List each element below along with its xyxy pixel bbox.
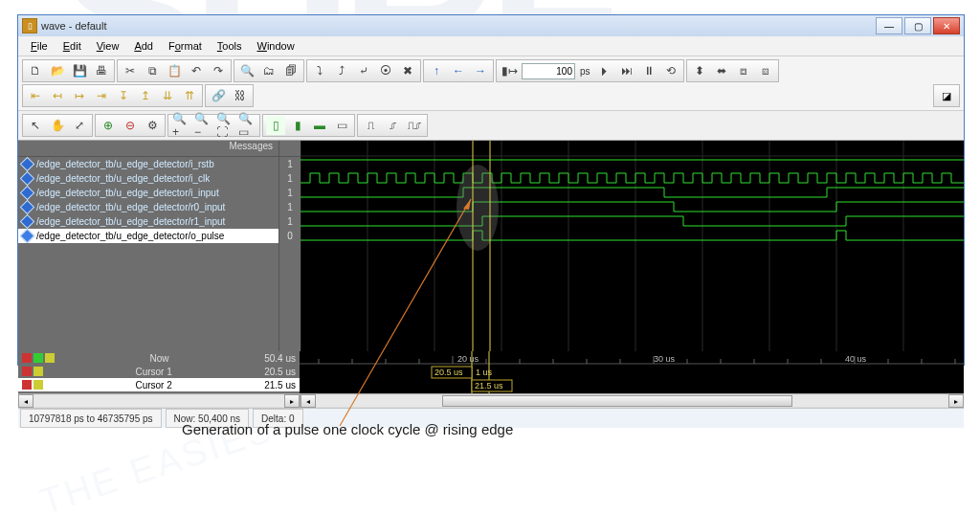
signal-row[interactable]: /edge_detector_tb/u_edge_detector/i_inpu…	[18, 186, 278, 200]
tool-d-icon[interactable]: ⧇	[756, 61, 775, 80]
link-icon[interactable]: 🔗	[209, 86, 228, 105]
tool-c-icon[interactable]: ⧈	[734, 61, 753, 80]
signal-value: 1	[279, 171, 301, 186]
minimize-button[interactable]: —	[876, 17, 902, 34]
arrow-right-icon[interactable]: →	[471, 61, 490, 80]
cursor-next-icon[interactable]: ↦	[70, 86, 89, 105]
signal-row[interactable]: /edge_detector_tb/u_edge_detector/i_clk	[18, 171, 278, 186]
folder-icon[interactable]: 🗂	[259, 61, 278, 80]
edge-a-icon[interactable]: ⇊	[158, 86, 177, 105]
copy-icon[interactable]: ⧉	[143, 61, 162, 80]
step-in-icon[interactable]: ⤵	[310, 61, 329, 80]
signal-row[interactable]: /edge_detector_tb/u_edge_detector/i_rstb	[18, 157, 278, 171]
scroll-right-button[interactable]: ▸	[948, 394, 964, 408]
titlebar[interactable]: ▯ wave - default — ▢ ✕	[18, 15, 964, 36]
diamond-icon	[20, 214, 35, 229]
cursor2-label[interactable]: Cursor 2	[135, 380, 171, 390]
save-icon[interactable]: 💾	[70, 61, 89, 80]
menu-file[interactable]: File	[24, 38, 55, 54]
expand-icon[interactable]: ⤢	[70, 116, 89, 135]
signal-name: /edge_detector_tb/u_edge_detector/r0_inp…	[36, 202, 225, 212]
edge-fall-icon[interactable]: ⎎	[383, 116, 402, 135]
run-length-input[interactable]	[522, 63, 575, 79]
undo-icon[interactable]: ↶	[187, 61, 206, 80]
step-over-icon[interactable]: ⤴	[332, 61, 351, 80]
maximize-button[interactable]: ▢	[904, 17, 931, 34]
config-icon[interactable]: ⚙	[143, 116, 162, 135]
doc-icon[interactable]: 🗐	[281, 61, 301, 80]
signal-value: 1	[279, 200, 301, 214]
print-icon[interactable]: 🖶	[92, 61, 111, 80]
redo-icon[interactable]: ↷	[209, 61, 228, 80]
mode-c-icon[interactable]: ▬	[310, 116, 329, 135]
run-unit-label: ps	[578, 66, 592, 77]
signal-name: /edge_detector_tb/u_edge_detector/r1_inp…	[36, 216, 225, 227]
cursor-last-icon[interactable]: ⇥	[92, 86, 111, 105]
time-row: Now 50.4 us Cursor 1 20.5 us Cursor 2 21…	[18, 351, 964, 393]
hand-icon[interactable]: ✋	[48, 116, 67, 135]
cursor-prev-icon[interactable]: ↤	[48, 86, 67, 105]
edge-rise-icon[interactable]: ⎍	[361, 116, 380, 135]
scroll-track-main[interactable]	[316, 395, 948, 407]
zoom-fit-icon[interactable]: 🔍▭	[237, 116, 256, 135]
zoom-full-icon[interactable]: 🔍⛶	[215, 116, 234, 135]
signal-row[interactable]: /edge_detector_tb/u_edge_detector/r1_inp…	[18, 214, 278, 229]
unlink-icon[interactable]: ⛓	[231, 86, 250, 105]
zoom-out-icon[interactable]: 🔍−	[193, 116, 212, 135]
ruler-tick: 30 us	[654, 354, 676, 364]
tool-a-icon[interactable]: ⬍	[690, 61, 709, 80]
scroll-thumb[interactable]	[442, 395, 792, 407]
tool-b-icon[interactable]: ⬌	[712, 61, 731, 80]
step-out-icon[interactable]: ⤶	[354, 61, 373, 80]
time-ruler[interactable]: 20 us 30 us 40 us 20.5 us	[300, 351, 964, 393]
signal-row[interactable]: /edge_detector_tb/u_edge_detector/r0_inp…	[18, 200, 278, 214]
remove-wave-icon[interactable]: ⊖	[121, 116, 140, 135]
cursor-diff: 1 us	[476, 368, 493, 377]
run-all-icon[interactable]: ⏵	[595, 61, 614, 80]
add-wave-icon[interactable]: ⊕	[99, 116, 118, 135]
edge-next-icon[interactable]: ↥	[136, 86, 155, 105]
zoom-in-icon[interactable]: 🔍+	[171, 116, 190, 135]
pointer-icon[interactable]: ↖	[26, 116, 45, 135]
signal-value: 1	[279, 157, 301, 171]
mode-d-icon[interactable]: ▭	[332, 116, 351, 135]
scroll-left-button[interactable]: ◂	[18, 394, 33, 408]
edge-prev-icon[interactable]: ↧	[114, 86, 133, 105]
mode-a-icon[interactable]: ▯	[266, 116, 285, 135]
close-button[interactable]: ✕	[933, 17, 960, 34]
waveform-area[interactable]	[301, 141, 964, 351]
diamond-icon	[20, 229, 35, 243]
run-icon[interactable]: ▮↦	[500, 61, 519, 80]
menu-edit[interactable]: Edit	[56, 38, 88, 54]
paste-icon[interactable]: 📋	[165, 61, 184, 80]
arrow-up-icon[interactable]: ↑	[427, 61, 446, 80]
arrow-left-icon[interactable]: ←	[449, 61, 468, 80]
menu-view[interactable]: View	[90, 38, 126, 54]
break-icon[interactable]: ⦿	[376, 61, 395, 80]
open-icon[interactable]: 📂	[48, 61, 67, 80]
new-icon[interactable]: 🗋	[26, 61, 45, 80]
menu-format[interactable]: Format	[162, 38, 209, 54]
menu-window[interactable]: Window	[251, 38, 301, 54]
cut-icon[interactable]: ✂	[121, 61, 140, 80]
edge-b-icon[interactable]: ⇈	[180, 86, 199, 105]
signal-name-column: Messages /edge_detector_tb/u_edge_detect…	[18, 141, 278, 351]
dock-button[interactable]: ◪	[933, 84, 960, 107]
scroll-left-button[interactable]: ◂	[301, 394, 316, 408]
signal-row-selected[interactable]: /edge_detector_tb/u_edge_detector/o_puls…	[18, 229, 278, 243]
mode-b-icon[interactable]: ▮	[288, 116, 307, 135]
cursor1-label[interactable]: Cursor 1	[135, 367, 171, 377]
cursor-first-icon[interactable]: ⇤	[26, 86, 45, 105]
scroll-right-button[interactable]: ▸	[284, 394, 300, 408]
signal-value: 1	[279, 214, 301, 229]
scroll-track-left[interactable]	[33, 395, 284, 407]
annotation-text: Generation of a pulse one clock cycle @ …	[182, 421, 513, 437]
run-cont-icon[interactable]: ⏭	[617, 61, 636, 80]
break2-icon[interactable]: ⏸	[639, 61, 658, 80]
find-icon[interactable]: 🔍	[237, 61, 256, 80]
menu-add[interactable]: Add	[127, 38, 160, 54]
edge-any-icon[interactable]: ⎍⎎	[405, 116, 424, 135]
menu-tools[interactable]: Tools	[211, 38, 249, 54]
restart-icon[interactable]: ⟲	[661, 61, 680, 80]
stop-icon[interactable]: ✖	[398, 61, 417, 80]
